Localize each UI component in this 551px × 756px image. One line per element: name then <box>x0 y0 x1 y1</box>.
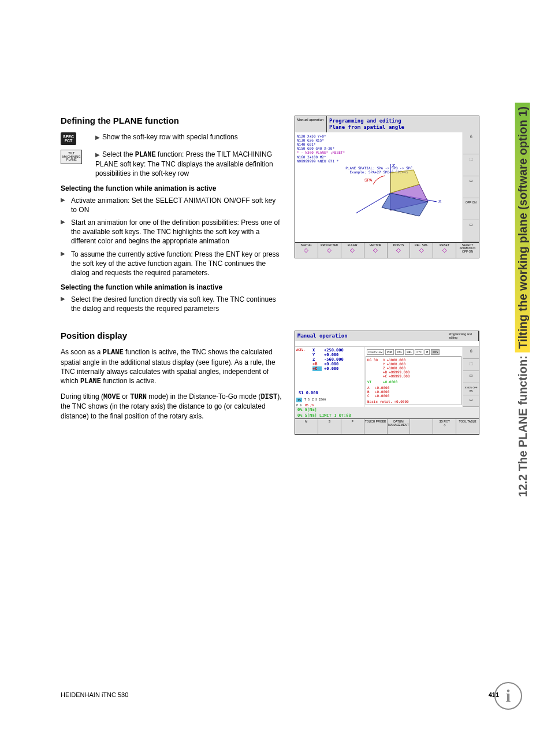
softkey-tool-table[interactable]: TOOL TABLE <box>456 419 479 434</box>
scr2-tabs: Overview PGM PAL LBL CYC M POS <box>366 348 461 356</box>
softkey-euler[interactable]: EULER◇ <box>341 243 364 258</box>
basic-rot-label: Basic rotat. <box>367 399 392 403</box>
val-b: +0.000 <box>324 362 338 366</box>
side-btn[interactable]: ⊞ <box>463 176 479 198</box>
tab-active[interactable]: POS <box>431 349 440 355</box>
softkey-relspa[interactable]: REL. SPA.◇ <box>410 243 433 258</box>
m5-label: M5 /9 <box>305 403 314 407</box>
side-btn[interactable]: S100% OFF ON <box>463 383 479 395</box>
scr1-softkeys: SPATIAL◇ PROJECTED◇ EULER◇ VECTOR◇ POINT… <box>295 242 479 258</box>
zs-label: Z S 2500 <box>312 398 326 402</box>
scr2-title: Manual operation <box>295 331 447 341</box>
softkey-projected[interactable]: PROJECTED◇ <box>318 243 341 258</box>
tab[interactable]: Overview <box>367 349 384 355</box>
side-tab: 12.2 The PLANE function: Tilting the wor… <box>516 103 530 497</box>
side-btn[interactable]: ⊞ <box>463 371 479 383</box>
f0-label: F 0 <box>296 403 301 407</box>
softkey-m[interactable]: M <box>295 419 318 434</box>
subhead-anim-active: Selecting the function while animation i… <box>61 184 283 192</box>
footer-left: HEIDENHAIN iTNC 530 <box>61 691 128 698</box>
softkey-datum-mgmt[interactable]: DATUM MANAGEMENT <box>388 419 411 434</box>
scr1-plane-graphic: Z X SPA <box>330 161 451 225</box>
scr2-softkeys: M S F TOUCH PROBE DATUM MANAGEMENT 3D RO… <box>295 418 479 434</box>
heading-position: Position display <box>61 331 283 340</box>
step2-text: ▶Select the PLANE function: Press the TI… <box>95 150 283 179</box>
svg-text:X: X <box>438 199 442 204</box>
svg-text:Z: Z <box>392 163 395 168</box>
status-line-2: 0% S[Nm] LIMIT 1 07:08 <box>295 413 479 418</box>
softkey-vector[interactable]: VECTOR◇ <box>364 243 388 258</box>
tab[interactable]: CYC <box>415 349 423 355</box>
axis-c: +C <box>312 366 322 371</box>
scr1-mode: Manual operation <box>295 116 327 132</box>
softkey-f[interactable]: F <box>341 419 364 434</box>
scr1-code: N120 X+50 Y+0* N130 G26 R15* N140 G01* N… <box>295 132 463 165</box>
side-btn[interactable]: OFF ON <box>463 198 479 220</box>
scr2-side-buttons: ⎙ ⬚ ⊞ S100% OFF ON ⊟ <box>463 347 479 407</box>
para-plane-active: As soon as a PLANE function is active, t… <box>61 347 283 386</box>
side-btn[interactable]: ⬚ <box>463 154 479 176</box>
softkey-touch-probe[interactable]: TOUCH PROBE <box>364 419 388 434</box>
arrow-icon: ▶ <box>95 134 100 140</box>
para-tilting: During tilting (MOVE or TURN mode) in th… <box>61 392 283 421</box>
axis-z: Z <box>312 357 322 362</box>
t5-label: T 5 <box>304 398 310 402</box>
side-btn[interactable]: ⎙ <box>463 132 479 154</box>
softkey-s[interactable]: S <box>318 419 341 434</box>
scr2-mode: Programming and editing <box>447 331 479 341</box>
s1-value: S1 0.000 <box>295 390 364 396</box>
softkey-reset[interactable]: RESET◇ <box>433 243 456 258</box>
scr1-title: Programming and editingPlane from spatia… <box>327 116 479 132</box>
tab[interactable]: PGM <box>385 349 394 355</box>
arrow-icon: ▶ <box>61 295 69 313</box>
actl-label: ACTL. <box>295 347 310 372</box>
val-c: +0.000 <box>324 366 338 371</box>
tab[interactable]: M <box>425 349 430 355</box>
tab[interactable]: LBL <box>405 349 414 355</box>
val-x: +250.000 <box>324 348 344 353</box>
axis-x: X <box>312 348 322 353</box>
subhead-anim-inactive: Selecting the function while animation i… <box>61 283 283 291</box>
screenshot-manual-operation: Manual operation Programming and editing… <box>295 331 479 435</box>
bullet-text: Activate animation: Set the SELECT ANIMA… <box>71 196 283 214</box>
svg-text:SPA: SPA <box>364 178 373 182</box>
side-btn[interactable]: ⊟ <box>463 395 479 407</box>
axis-b: +B <box>312 362 322 366</box>
softkey-spatial[interactable]: SPATIAL◇ <box>295 243 318 258</box>
heading-defining: Defining the PLANE function <box>61 116 283 125</box>
softkey-points[interactable]: POINTS◇ <box>388 243 411 258</box>
dg-label: DG 3D <box>367 358 381 362</box>
step1-text: ▶Show the soft-key row with special func… <box>95 132 283 142</box>
ts-label: TS <box>296 398 302 402</box>
val-z: -560.000 <box>324 357 344 362</box>
bullet-text: Start an animation for one of the defini… <box>71 218 283 246</box>
info-icon: i <box>494 682 522 710</box>
status-line-1: 0% S[Nm] <box>295 407 479 413</box>
tab[interactable]: PAL <box>395 349 404 355</box>
side-btn[interactable]: ⎙ <box>463 347 479 359</box>
arrow-icon: ▶ <box>61 196 69 214</box>
bullet-text: To assume the currently active function:… <box>71 250 283 278</box>
side-btn[interactable]: ⊟ <box>463 220 479 242</box>
bullet-text: Select the desired function directly via… <box>71 295 283 313</box>
arrow-icon: ▶ <box>95 151 100 158</box>
val-y: +0.000 <box>324 353 338 357</box>
screenshot-plane-editor: Manual operation Programming and editing… <box>295 116 479 258</box>
spec-fct-icon: SPECFCT <box>61 132 95 145</box>
axis-y: Y <box>312 353 322 357</box>
arrow-icon: ▶ <box>61 250 69 278</box>
softkey-blank[interactable] <box>410 419 433 434</box>
scr1-side-buttons: ⎙ ⬚ ⊞ OFF ON ⊟ <box>463 132 479 242</box>
vt-label: VT <box>367 380 381 384</box>
softkey-3d-rot[interactable]: 3D ROT◇ <box>433 419 456 434</box>
tilt-plane-icon: TILTMACHININGPLANE <box>61 150 95 164</box>
side-btn[interactable]: ⬚ <box>463 359 479 371</box>
arrow-icon: ▶ <box>61 218 69 246</box>
softkey-select-animation[interactable]: SELECT ANIMATION OFF ON <box>456 243 479 258</box>
footer: HEIDENHAIN iTNC 530 411 <box>61 691 499 698</box>
